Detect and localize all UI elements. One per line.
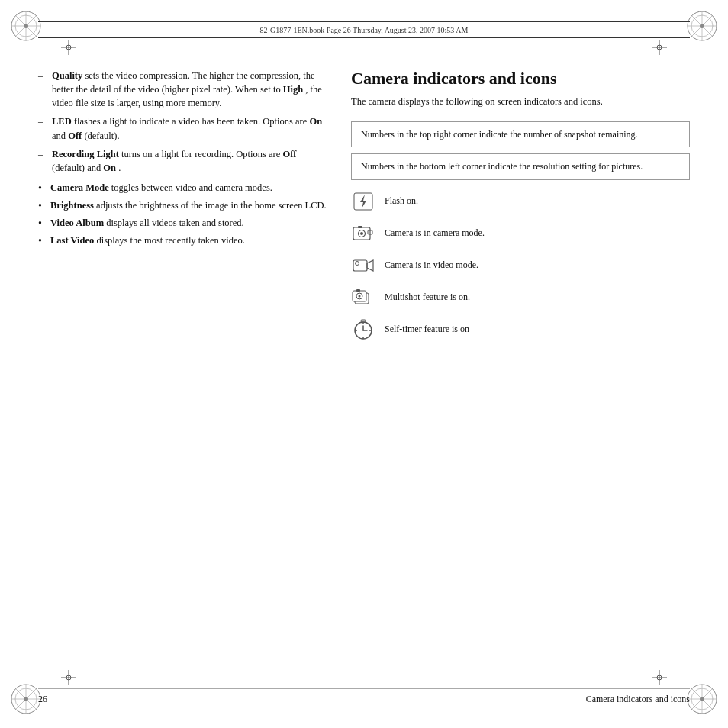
svg-point-53	[359, 295, 361, 298]
multishot-icon-cell	[351, 285, 375, 310]
left-column: Quality sets the video compression. The …	[38, 61, 328, 667]
svg-point-20	[24, 697, 28, 701]
info-box-bottom-corner: Numbers in the bottom left corner indica…	[351, 153, 690, 180]
flash-icon-cell	[351, 189, 375, 214]
last-video-text: displays the most recently taken video.	[96, 235, 244, 246]
icon-list: Flash on. Camera is in camera mode.	[351, 189, 690, 342]
icon-row-multishot: Multishot feature is on.	[351, 285, 690, 310]
recording-bold: Recording Light	[52, 149, 119, 159]
icon-row-flash: Flash on.	[351, 189, 690, 214]
svg-marker-41	[360, 195, 366, 208]
info-box-top-corner: Numbers in the top right corner indicate…	[351, 121, 690, 148]
svg-rect-62	[361, 320, 366, 322]
led-bold: LED	[52, 116, 72, 127]
led-text3: (default).	[84, 130, 119, 141]
crosshair-top-right	[652, 40, 667, 58]
svg-point-6	[24, 24, 28, 28]
led-bold2: On	[309, 116, 322, 127]
camera-mode-label: Camera is in camera mode.	[385, 227, 485, 240]
flash-label: Flash on.	[385, 195, 418, 208]
quality-text1: sets the video compression. The higher t…	[52, 70, 315, 95]
recording-bold2: Off	[282, 149, 296, 159]
camera-mode-bold: Camera Mode	[50, 182, 109, 193]
dash-item-quality: Quality sets the video compression. The …	[38, 69, 328, 110]
content-area: Quality sets the video compression. The …	[38, 61, 690, 667]
info-box-bottom-corner-text: Numbers in the bottom left corner indica…	[361, 161, 643, 172]
recording-text1: turns on a light for recording. Options …	[121, 149, 282, 159]
self-timer-icon-cell	[351, 317, 375, 342]
self-timer-label: Self-timer feature is on	[385, 324, 469, 336]
bullet-item-video-album: Video Album displays all videos taken an…	[38, 216, 328, 230]
bullet-item-brightness: Brightness adjusts the brightness of the…	[38, 198, 328, 212]
video-album-bold: Video Album	[50, 217, 104, 228]
header-bar: 82-G1877-1EN.book Page 26 Thursday, Augu…	[38, 21, 690, 38]
bullet-list: Camera Mode toggles between video and ca…	[38, 181, 328, 248]
icon-row-camera: Camera is in camera mode.	[351, 221, 690, 246]
led-bold3: Off	[68, 130, 82, 141]
svg-rect-54	[356, 289, 360, 292]
camera-mode-icon	[353, 224, 374, 243]
svg-point-49	[356, 262, 359, 266]
deco-circle-top-right	[685, 9, 719, 46]
svg-marker-48	[367, 260, 373, 271]
svg-point-13	[700, 24, 704, 28]
video-mode-label: Camera is in video mode.	[385, 259, 478, 272]
footer-page-number: 26	[38, 694, 47, 705]
dash-item-recording: Recording Light turns on a light for rec…	[38, 147, 328, 175]
section-title: Camera indicators and icons	[351, 69, 690, 89]
video-icon-cell	[351, 253, 375, 278]
multishot-label: Multishot feature is on.	[385, 292, 470, 304]
footer-page-title: Camera indicators and icons	[586, 694, 690, 705]
multishot-icon	[352, 288, 375, 308]
camera-icon-cell	[351, 221, 375, 246]
brightness-text: adjusts the brightness of the image in t…	[96, 200, 327, 211]
svg-rect-45	[358, 226, 362, 228]
camera-mode-text: toggles between video and camera modes.	[111, 182, 272, 193]
section-intro: The camera displays the following on scr…	[351, 95, 690, 108]
deco-circle-bottom-right	[685, 682, 719, 719]
dash-list: Quality sets the video compression. The …	[38, 69, 328, 175]
bullet-item-camera-mode: Camera Mode toggles between video and ca…	[38, 181, 328, 195]
self-timer-icon	[353, 319, 374, 340]
info-box-top-corner-text: Numbers in the top right corner indicate…	[361, 129, 638, 140]
led-text1: flashes a light to indicate a video has …	[74, 116, 310, 127]
header-text: 82-G1877-1EN.book Page 26 Thursday, Augu…	[44, 26, 684, 34]
crosshair-bottom-right	[652, 670, 667, 688]
dash-item-led: LED flashes a light to indicate a video …	[38, 114, 328, 142]
recording-text2: (default) and	[52, 163, 103, 173]
crosshair-bottom-left	[61, 670, 76, 688]
flash-icon	[353, 192, 374, 211]
footer: 26 Camera indicators and icons	[38, 688, 690, 705]
icon-row-self-timer: Self-timer feature is on	[351, 317, 690, 342]
video-mode-icon	[353, 256, 374, 275]
bullet-item-last-video: Last Video displays the most recently ta…	[38, 234, 328, 247]
svg-point-44	[360, 232, 363, 235]
right-column: Camera indicators and icons The camera d…	[351, 61, 690, 667]
recording-bold3: On	[103, 163, 116, 173]
quality-bold2: High	[283, 84, 303, 95]
icon-row-video: Camera is in video mode.	[351, 253, 690, 278]
recording-text3: .	[118, 163, 121, 173]
svg-point-27	[700, 697, 704, 701]
page: 82-G1877-1EN.book Page 26 Thursday, Augu…	[0, 0, 728, 728]
brightness-bold: Brightness	[50, 200, 94, 211]
last-video-bold: Last Video	[50, 235, 94, 246]
led-text2: and	[52, 130, 68, 141]
crosshair-top-left	[61, 40, 76, 58]
quality-bold: Quality	[52, 70, 82, 81]
video-album-text: displays all videos taken and stored.	[106, 217, 244, 228]
